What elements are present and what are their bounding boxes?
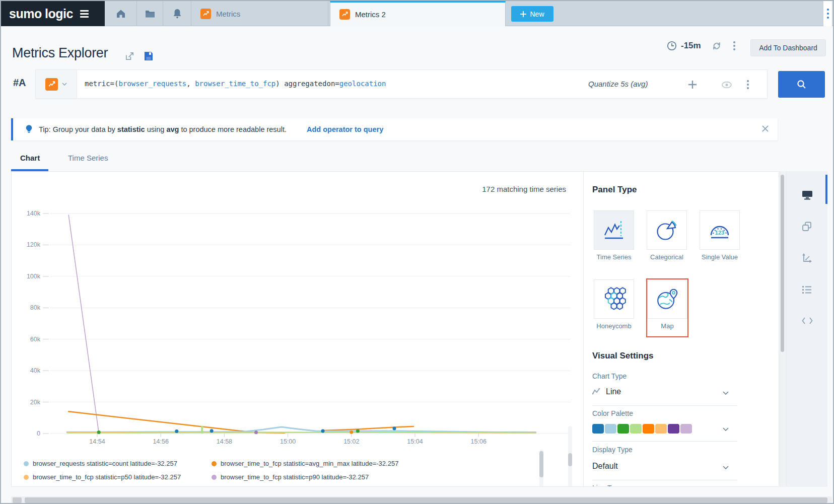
query-code-button[interactable] bbox=[802, 317, 813, 325]
sumo-logic-logo[interactable]: sumo logic bbox=[1, 1, 105, 26]
query-kebab-menu[interactable] bbox=[747, 80, 749, 89]
add-to-dashboard-button[interactable]: Add To Dashboard bbox=[750, 39, 826, 56]
chevron-down-icon bbox=[62, 83, 67, 86]
time-series-chart: 020k40k60k80k100k120k140k14:5414:5614:58… bbox=[12, 172, 583, 487]
refresh-button[interactable] bbox=[711, 40, 722, 51]
palette-swatch bbox=[605, 424, 616, 434]
panel-type-sidebar: Panel Type Time Series bbox=[583, 172, 779, 487]
chart-legend: browser_requests statistic=count latitud… bbox=[24, 457, 537, 487]
color-palette-chevron-icon[interactable] bbox=[723, 427, 729, 431]
query-row-label: #A bbox=[13, 77, 26, 89]
legend-item[interactable]: browser_time_to_fcp statistic=p50 latitu… bbox=[24, 473, 212, 481]
metrics-tab-icon bbox=[200, 9, 211, 19]
legend-item[interactable]: browser_time_to_fcp statistic=p90 latitu… bbox=[212, 473, 537, 481]
panel-type-honeycomb[interactable]: Honeycomb bbox=[594, 279, 634, 330]
header-controls: -15m bbox=[667, 40, 735, 51]
svg-text:80k: 80k bbox=[30, 304, 41, 311]
svg-text:0: 0 bbox=[37, 430, 40, 437]
svg-text:14:54: 14:54 bbox=[89, 438, 105, 445]
categorical-panel-icon bbox=[647, 210, 687, 250]
clock-icon bbox=[667, 41, 677, 51]
legend-item[interactable]: browser_requests statistic=count latitud… bbox=[24, 460, 212, 467]
refresh-icon bbox=[711, 40, 722, 51]
top-right-kebab[interactable] bbox=[823, 1, 832, 26]
monitor-icon bbox=[802, 190, 813, 200]
duplicate-view-button[interactable] bbox=[802, 222, 812, 232]
svg-text:140k: 140k bbox=[27, 210, 41, 217]
svg-text:15:02: 15:02 bbox=[343, 438, 359, 445]
share-query-button[interactable] bbox=[125, 51, 134, 61]
home-button[interactable] bbox=[105, 1, 137, 26]
add-query-button[interactable] bbox=[688, 80, 697, 89]
time-range-value: -15m bbox=[681, 41, 701, 51]
tab-metrics[interactable]: Metrics bbox=[191, 1, 328, 26]
display-type-chevron-icon[interactable] bbox=[723, 466, 729, 469]
library-button[interactable] bbox=[137, 1, 163, 26]
active-tab-underline bbox=[11, 169, 48, 171]
chart-type-chevron-icon[interactable] bbox=[723, 391, 729, 395]
tab-time-series[interactable]: Time Series bbox=[68, 154, 108, 162]
query-row: metric=(browser_requests, browser_time_t… bbox=[35, 69, 768, 99]
list-icon bbox=[802, 285, 812, 294]
legend-settings-button[interactable] bbox=[802, 285, 812, 294]
color-palette-select[interactable] bbox=[592, 424, 692, 434]
color-palette-label: Color Palette bbox=[592, 409, 633, 417]
hamburger-menu-icon[interactable] bbox=[80, 9, 89, 19]
horizontal-scrollbar-thumb[interactable] bbox=[25, 497, 827, 503]
svg-text:15:04: 15:04 bbox=[407, 438, 423, 445]
palette-swatch bbox=[630, 424, 642, 434]
palette-swatch bbox=[643, 424, 654, 434]
code-icon bbox=[802, 317, 813, 325]
save-button[interactable] bbox=[144, 51, 153, 61]
lightbulb-icon bbox=[25, 124, 33, 134]
display-view-button[interactable] bbox=[802, 190, 813, 200]
run-search-button[interactable] bbox=[778, 71, 825, 98]
svg-text:15:06: 15:06 bbox=[471, 438, 486, 445]
new-tab-button[interactable]: New bbox=[511, 6, 553, 22]
top-bar: sumo logic Metrics Metrics 2 New bbox=[1, 1, 833, 26]
chart-type-label: Chart Type bbox=[592, 372, 627, 380]
visual-settings-heading: Visual Settings bbox=[592, 351, 654, 361]
copy-icon bbox=[802, 222, 812, 232]
palette-swatch bbox=[617, 424, 629, 434]
chart-panel: 172 matching time series 020k40k60k80k10… bbox=[11, 171, 779, 487]
panel-scrollbar-thumb[interactable] bbox=[781, 175, 784, 352]
display-type-label: Display Type bbox=[592, 446, 633, 454]
metrics2-tab-icon bbox=[339, 9, 350, 20]
tab-chart[interactable]: Chart bbox=[20, 154, 40, 162]
panel-type-map[interactable]: Map bbox=[647, 279, 687, 336]
close-icon bbox=[762, 125, 769, 132]
svg-text:123: 123 bbox=[715, 230, 724, 236]
add-operator-link[interactable]: Add operator to query bbox=[307, 125, 383, 133]
query-input[interactable]: metric=(browser_requests, browser_time_t… bbox=[85, 80, 386, 88]
query-type-selector[interactable] bbox=[36, 70, 77, 98]
svg-text:100k: 100k bbox=[27, 273, 41, 280]
time-range-button[interactable]: -15m bbox=[667, 41, 701, 51]
chart-axes-icon bbox=[802, 253, 812, 263]
tip-close-button[interactable] bbox=[762, 125, 769, 132]
search-icon bbox=[797, 80, 807, 90]
chart-type-select[interactable]: Line bbox=[606, 387, 621, 396]
panel-type-time-series[interactable]: Time Series bbox=[594, 210, 634, 261]
notifications-button[interactable] bbox=[163, 1, 191, 26]
display-type-select[interactable]: Default bbox=[592, 462, 618, 471]
palette-swatch bbox=[680, 424, 692, 434]
header-kebab-menu[interactable] bbox=[733, 41, 735, 50]
svg-text:14:56: 14:56 bbox=[153, 438, 169, 445]
hide-query-button[interactable] bbox=[722, 82, 732, 88]
svg-text:40k: 40k bbox=[30, 367, 41, 374]
tab-metrics-2[interactable]: Metrics 2 bbox=[330, 1, 506, 26]
svg-text:14:58: 14:58 bbox=[217, 438, 232, 445]
logo-text: sumo logic bbox=[9, 7, 73, 21]
palette-swatch bbox=[655, 424, 667, 434]
axes-settings-button[interactable] bbox=[802, 253, 812, 263]
chart-section-scrollbar[interactable] bbox=[568, 426, 572, 487]
map-panel-icon bbox=[647, 279, 687, 319]
panel-type-single-value[interactable]: 123 Single Value bbox=[700, 210, 740, 261]
line-type-label: Line Type bbox=[592, 484, 622, 487]
legend-item[interactable]: browser_time_to_fcp statistic=avg_min_ma… bbox=[212, 460, 537, 467]
panel-type-categorical[interactable]: Categorical bbox=[647, 210, 687, 261]
horizontal-scrollbar-button[interactable] bbox=[13, 497, 22, 503]
time-series-panel-icon bbox=[594, 210, 634, 250]
legend-scrollbar[interactable] bbox=[539, 450, 543, 487]
